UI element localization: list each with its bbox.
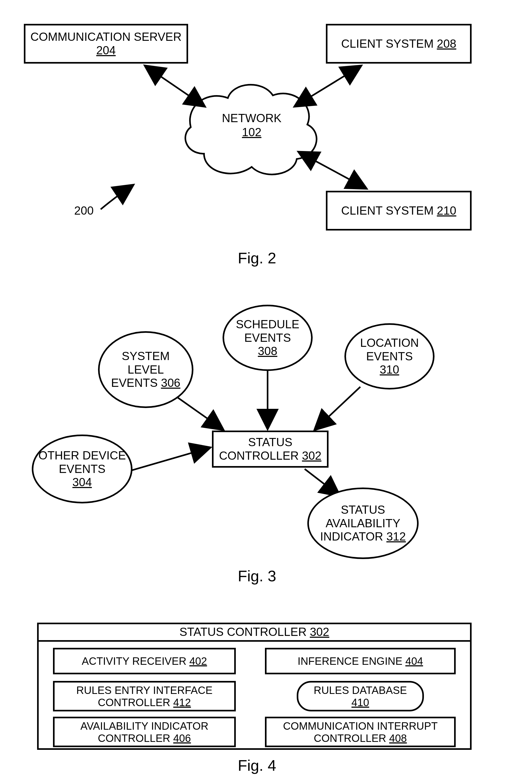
fig3-location-label: LOCATION EVENTS 310 <box>360 336 419 376</box>
fig4-inference-engine-label: INFERENCE ENGINE 404 <box>298 655 423 667</box>
fig3-caption: Fig. 3 <box>230 567 283 585</box>
fig3-status-controller-box: STATUS CONTROLLER 302 <box>212 430 329 468</box>
svg-line-7 <box>305 469 339 496</box>
fig4-rules-db-label: RULES DATABASE 410 <box>314 684 407 708</box>
fig2-client2-box: CLIENT SYSTEM 210 <box>326 191 472 230</box>
fig4-avail-indicator-label: AVAILABILITY INDICATOR CONTROLLER 406 <box>80 720 208 744</box>
fig3-status-indicator-ellipse: STATUS AVAILABILITY INDICATOR 312 <box>307 487 419 559</box>
svg-line-0 <box>146 66 204 106</box>
fig2-ref-num: 200 <box>74 204 93 217</box>
fig3-system-level-ellipse: SYSTEM LEVEL EVENTS 306 <box>98 331 193 408</box>
fig4-comm-interrupt-label: COMMUNICATION INTERRUPT CONTROLLER 408 <box>283 720 438 744</box>
fig3-other-device-ellipse: OTHER DEVICE EVENTS 304 <box>32 435 133 503</box>
fig2-comm-server-label: COMMUNICATION SERVER 204 <box>28 30 185 57</box>
svg-line-3 <box>127 448 209 472</box>
fig2-client1-label: CLIENT SYSTEM 208 <box>341 37 456 51</box>
fig3-other-device-label: OTHER DEVICE EVENTS 304 <box>38 449 126 489</box>
fig3-system-level-label: SYSTEM LEVEL EVENTS 306 <box>111 349 180 390</box>
fig4-inference-engine-box: INFERENCE ENGINE 404 <box>265 648 456 674</box>
fig2-caption: Fig. 2 <box>230 249 283 267</box>
fig4-caption: Fig. 4 <box>230 756 283 774</box>
fig3-location-ellipse: LOCATION EVENTS 310 <box>344 323 435 390</box>
fig4-rules-entry-label: RULES ENTRY INTERFACE CONTROLLER 412 <box>76 684 213 708</box>
fig4-rules-entry-box: RULES ENTRY INTERFACE CONTROLLER 412 <box>53 681 236 711</box>
fig2-client2-label: CLIENT SYSTEM 210 <box>341 204 456 218</box>
fig4-activity-receiver-box: ACTIVITY RECEIVER 402 <box>53 648 236 674</box>
fig4-activity-receiver-label: ACTIVITY RECEIVER 402 <box>82 655 207 667</box>
page: COMMUNICATION SERVER 204 CLIENT SYSTEM 2… <box>0 0 532 784</box>
fig3-schedule-ellipse: SCHEDULE EVENTS 308 <box>223 305 313 371</box>
svg-line-4 <box>177 397 223 429</box>
fig3-status-controller-label: STATUS CONTROLLER 302 <box>219 436 321 463</box>
fig4-title: STATUS CONTROLLER 302 <box>37 625 472 639</box>
fig3-schedule-label: SCHEDULE EVENTS 308 <box>236 318 299 358</box>
fig4-comm-interrupt-box: COMMUNICATION INTERRUPT CONTROLLER 408 <box>265 717 456 747</box>
fig2-client1-box: CLIENT SYSTEM 208 <box>326 24 472 63</box>
svg-line-2 <box>299 152 366 188</box>
svg-line-6 <box>315 387 360 429</box>
fig2-comm-server-box: COMMUNICATION SERVER 204 <box>24 24 188 63</box>
fig4-title-divider <box>39 640 470 642</box>
fig4-avail-indicator-box: AVAILABILITY INDICATOR CONTROLLER 406 <box>53 717 236 747</box>
fig3-status-indicator-label: STATUS AVAILABILITY INDICATOR 312 <box>320 503 406 543</box>
fig2-network-label: NETWORK 102 <box>217 111 286 139</box>
fig4-rules-db-box: RULES DATABASE 410 <box>297 681 424 711</box>
svg-line-1 <box>296 66 360 106</box>
